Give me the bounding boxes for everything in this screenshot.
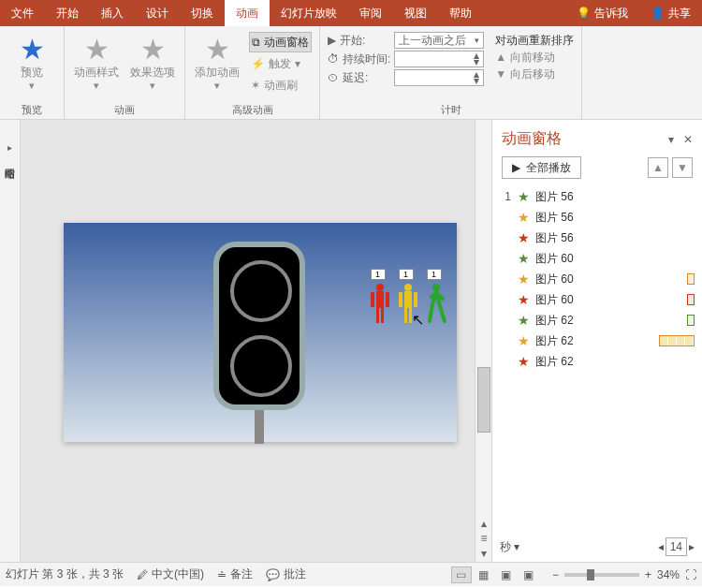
title-bar: 文件开始插入设计切换动画幻灯片放映审阅视图帮助 💡告诉我 👤共享 [0, 0, 702, 26]
chevron-right-icon: ▸ [7, 142, 12, 153]
svg-rect-1 [376, 291, 384, 308]
svg-rect-5 [386, 292, 389, 307]
figure-0[interactable]: 1 [368, 282, 392, 329]
normal-view-button[interactable]: ▭ [451, 566, 472, 583]
outline-collapse[interactable]: ▸ 略缩图 [0, 120, 21, 562]
play-all-button[interactable]: ▶全部播放 [502, 156, 581, 179]
tab-开始[interactable]: 开始 [45, 0, 90, 26]
comments-button[interactable]: 💬 批注 [266, 566, 306, 582]
workspace: ▸ 略缩图 111 ↖ ▴≡▾ 动画窗格 ▾ ✕ ▶全部播放 ▲ ▼ [0, 120, 702, 562]
start-select[interactable]: 上一动画之后▾ [394, 32, 484, 49]
brush-icon: ✶ [251, 79, 260, 92]
svg-rect-7 [404, 291, 412, 308]
animation-item[interactable]: 1★图片 56 [498, 186, 696, 207]
trigger-button: ⚡触发 ▾ [249, 53, 312, 74]
preview-button[interactable]: ★ 预览▾ [7, 32, 56, 92]
move-up-button[interactable]: ▲ [648, 157, 668, 178]
next-slide-icon[interactable]: ▾ [481, 547, 487, 560]
figure-2[interactable]: 1 [424, 282, 448, 329]
move-earlier-button: ▲ 向前移动 [495, 49, 574, 66]
scroll-thumb[interactable] [477, 367, 490, 433]
tab-视图[interactable]: 视图 [393, 0, 438, 26]
svg-point-6 [404, 284, 412, 291]
zoom-out-button[interactable]: − [552, 568, 559, 581]
timeline-bar [687, 273, 695, 285]
prev-slide-icon[interactable]: ▴ [481, 517, 487, 530]
animation-item[interactable]: ★图片 60 [498, 269, 696, 289]
animation-list: 1★图片 56★图片 56★图片 56★图片 60★图片 60★图片 60★图片… [492, 186, 702, 532]
animation-tag[interactable]: 1 [399, 269, 414, 280]
slide[interactable]: 111 ↖ [64, 223, 457, 442]
tab-动画[interactable]: 动画 [225, 0, 270, 26]
vertical-scrollbar[interactable]: ▴≡▾ [475, 120, 491, 562]
timeline-left-button[interactable]: ◂ [658, 540, 664, 553]
delay-input[interactable]: ▴▾ [394, 69, 484, 86]
animation-item[interactable]: ★图片 60 [498, 289, 696, 310]
animation-tag[interactable]: 1 [427, 269, 442, 280]
order-input[interactable]: 14 [665, 537, 687, 556]
animation-item[interactable]: ★图片 56 [498, 207, 696, 228]
slideshow-view-button[interactable]: ▣ [519, 566, 539, 583]
svg-rect-8 [404, 308, 407, 323]
tab-审阅[interactable]: 审阅 [348, 0, 393, 26]
timeline-right-button[interactable]: ▸ [689, 540, 695, 553]
tab-切换[interactable]: 切换 [180, 0, 225, 26]
animation-pane: 动画窗格 ▾ ✕ ▶全部播放 ▲ ▼ 1★图片 56★图片 56★图片 56★图… [491, 120, 702, 562]
timeline-bar [659, 335, 695, 346]
pane-icon: ⧉ [252, 36, 260, 49]
start-label: ▶ 开始: [328, 32, 390, 49]
group-label-preview: 预览 [7, 101, 56, 119]
svg-rect-10 [399, 292, 402, 307]
animation-item[interactable]: ★图片 62 [498, 351, 696, 372]
animation-item[interactable]: ★图片 62 [498, 310, 696, 331]
tab-设计[interactable]: 设计 [135, 0, 180, 26]
animation-tag[interactable]: 1 [371, 269, 386, 280]
notes-button[interactable]: ≐ 备注 [217, 566, 253, 582]
sorter-view-button[interactable]: ▦ [474, 566, 494, 583]
seconds-label[interactable]: 秒 ▾ [500, 539, 519, 555]
star-icon: ★ [517, 333, 530, 348]
tab-文件[interactable]: 文件 [0, 0, 45, 26]
tab-插入[interactable]: 插入 [90, 0, 135, 26]
group-label-advanced: 高级动画 [193, 101, 312, 119]
star-icon: ★ [205, 33, 230, 66]
svg-rect-4 [371, 292, 374, 307]
reorder-label: 对动画重新排序 [495, 32, 574, 49]
effect-options-button: ★ 效果选项▾ [128, 32, 177, 92]
star-icon: ★ [517, 189, 530, 204]
tell-me-button[interactable]: 💡告诉我 [565, 0, 639, 26]
star-icon: ★ [20, 33, 45, 66]
zoom-slider[interactable] [564, 573, 639, 577]
traffic-light-shape[interactable] [213, 242, 305, 444]
slide-canvas[interactable]: 111 ↖ [21, 120, 475, 562]
move-down-button[interactable]: ▼ [672, 157, 693, 178]
language-indicator[interactable]: 🖉 中文(中国) [137, 566, 204, 582]
reading-view-button[interactable]: ▣ [496, 566, 517, 583]
share-button[interactable]: 👤共享 [639, 0, 702, 26]
pane-close-button[interactable]: ✕ [683, 133, 693, 146]
bolt-icon: ⚡ [251, 57, 265, 70]
move-later-button: ▼ 向后移动 [495, 66, 574, 82]
star-icon: ★ [517, 313, 530, 328]
tab-帮助[interactable]: 帮助 [438, 0, 483, 26]
svg-point-0 [376, 284, 384, 291]
star-icon: ★ [517, 354, 530, 369]
animation-style-button: ★ 动画样式▾ [72, 32, 121, 92]
duration-input[interactable]: ▴▾ [394, 51, 484, 67]
animation-pane-button[interactable]: ⧉动画窗格 [249, 32, 312, 52]
timeline-bar [687, 315, 695, 326]
pane-options-button[interactable]: ▾ [668, 133, 674, 146]
animation-item[interactable]: ★图片 56 [498, 228, 696, 248]
star-icon: ★ [84, 33, 110, 66]
tab-幻灯片放映[interactable]: 幻灯片放映 [270, 0, 348, 26]
fit-window-button[interactable]: ⛶ [685, 568, 696, 581]
divider-icon: ≡ [480, 532, 487, 545]
animation-item[interactable]: ★图片 62 [498, 331, 696, 351]
animation-item[interactable]: ★图片 60 [498, 248, 696, 269]
star-icon: ★ [517, 292, 530, 307]
zoom-level[interactable]: 34% [657, 568, 680, 581]
timeline-bar [687, 294, 695, 305]
svg-rect-2 [376, 308, 379, 323]
slide-indicator[interactable]: 幻灯片 第 3 张，共 3 张 [6, 566, 124, 582]
zoom-in-button[interactable]: + [645, 568, 651, 581]
